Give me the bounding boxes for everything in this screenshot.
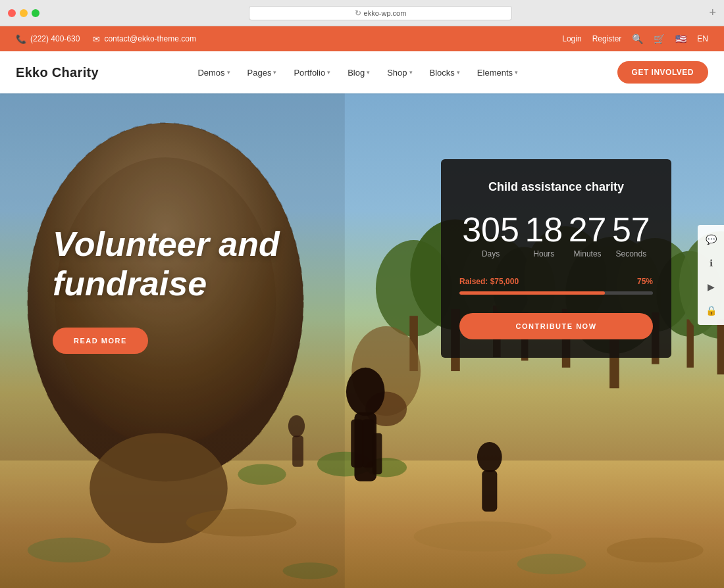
svg-point-39 [414, 521, 552, 551]
progress-section: Raised: $75,000 75% [459, 277, 653, 295]
search-icon[interactable]: 🔍 [632, 34, 643, 44]
get-involved-button[interactable]: GET INVOLVED [617, 61, 708, 84]
email-address: contact@ekko-theme.com [104, 34, 196, 43]
minutes-label: Minutes [569, 249, 607, 258]
url-text: ekko-wp.com [364, 9, 407, 17]
hours-label: Hours [525, 249, 563, 258]
nav-item-portfolio[interactable]: Portfolio ▾ [287, 64, 337, 82]
nav-item-shop[interactable]: Shop ▾ [380, 64, 419, 82]
nav-item-label: Shop [387, 68, 407, 78]
phone-icon: 📞 [16, 34, 26, 44]
hero-title-line2: fundraise [53, 264, 207, 303]
svg-point-29 [346, 368, 385, 416]
chevron-down-icon: ▾ [515, 69, 518, 76]
phone-number: (222) 400-630 [30, 34, 80, 43]
countdown-hours: 18 Hours [525, 212, 563, 258]
svg-point-40 [607, 538, 704, 563]
progress-labels: Raised: $75,000 75% [459, 277, 653, 286]
chevron-down-icon: ▾ [327, 69, 330, 76]
nav-item-demos[interactable]: Demos ▾ [191, 64, 236, 82]
chat-icon[interactable]: 💬 [704, 233, 717, 246]
nav-item-pages[interactable]: Pages ▾ [241, 64, 284, 82]
navbar: Ekko Charity Demos ▾ Pages ▾ Portfolio ▾… [0, 51, 724, 93]
info-icon[interactable]: ℹ [704, 257, 717, 270]
hours-value: 18 [525, 212, 563, 247]
seconds-label: Seconds [612, 249, 650, 258]
nav-item-blocks[interactable]: Blocks ▾ [423, 64, 467, 82]
register-link[interactable]: Register [592, 34, 622, 43]
svg-point-42 [517, 554, 586, 574]
progress-bar [459, 291, 653, 295]
nav-item-elements[interactable]: Elements ▾ [471, 64, 525, 82]
close-dot[interactable] [8, 9, 16, 17]
cart-icon[interactable]: 🛒 [654, 34, 665, 44]
minutes-value: 27 [569, 212, 607, 247]
side-panel: 💬 ℹ ▶ 🔒 [698, 225, 724, 325]
url-bar[interactable]: ↻ ekko-wp.com [249, 6, 512, 20]
email-icon: ✉ [93, 34, 100, 44]
chevron-down-icon: ▾ [273, 69, 276, 76]
site-logo[interactable]: Ekko Charity [16, 65, 99, 80]
language-flag: 🇺🇸 [675, 34, 686, 44]
top-bar-right: Login Register 🔍 🛒 🇺🇸 EN [562, 34, 708, 44]
svg-point-34 [477, 442, 502, 472]
refresh-icon: ↻ [355, 9, 361, 18]
raised-label: Raised: $75,000 [459, 277, 519, 286]
hero-section: Volunteer and fundraise READ MORE Child … [0, 93, 724, 588]
countdown-minutes: 27 Minutes [569, 212, 607, 258]
browser-chrome: ↻ ekko-wp.com + [0, 0, 724, 26]
progress-percent: 75% [637, 277, 653, 286]
hero-title: Volunteer and fundraise [53, 225, 280, 304]
minimize-dot[interactable] [20, 9, 28, 17]
language-label[interactable]: EN [697, 34, 708, 43]
email-contact[interactable]: ✉ contact@ekko-theme.com [93, 34, 196, 44]
lock-icon[interactable]: 🔒 [704, 304, 717, 317]
card-title: Child assistance charity [459, 180, 653, 194]
nav-item-label: Blocks [430, 68, 455, 78]
chevron-down-icon: ▾ [409, 69, 413, 76]
chevron-down-icon: ▾ [457, 69, 460, 76]
svg-rect-17 [686, 320, 693, 368]
hero-title-line1: Volunteer and [53, 225, 280, 263]
nav-item-label: Portfolio [294, 68, 325, 78]
browser-dots [8, 9, 39, 17]
days-value: 305 [462, 212, 519, 247]
seconds-value: 57 [612, 212, 650, 247]
nav-item-label: Pages [247, 68, 272, 78]
login-link[interactable]: Login [562, 34, 581, 43]
top-bar: 📞 (222) 400-630 ✉ contact@ekko-theme.com… [0, 26, 724, 51]
svg-rect-33 [373, 433, 382, 474]
hero-text: Volunteer and fundraise READ MORE [53, 225, 280, 354]
nav-item-label: Blog [348, 68, 365, 78]
svg-rect-19 [717, 320, 724, 375]
svg-rect-35 [482, 470, 497, 512]
days-label: Days [462, 249, 519, 258]
countdown-seconds: 57 Seconds [612, 212, 650, 258]
contribute-button[interactable]: CONTRIBUTE NOW [459, 313, 653, 339]
charity-card: Child assistance charity 305 Days 18 Hou… [441, 159, 671, 358]
play-icon[interactable]: ▶ [704, 280, 717, 293]
nav-item-label: Demos [197, 68, 224, 78]
countdown-days: 305 Days [462, 212, 519, 258]
countdown-timer: 305 Days 18 Hours 27 Minutes 57 Seconds [459, 212, 653, 258]
read-more-button[interactable]: READ MORE [53, 328, 148, 354]
nav-item-blog[interactable]: Blog ▾ [341, 64, 376, 82]
top-bar-left: 📞 (222) 400-630 ✉ contact@ekko-theme.com [16, 34, 196, 44]
svg-rect-31 [351, 419, 363, 467]
phone-contact[interactable]: 📞 (222) 400-630 [16, 34, 80, 44]
nav-menu: Demos ▾ Pages ▾ Portfolio ▾ Blog ▾ Shop … [191, 64, 525, 82]
nav-item-label: Elements [477, 68, 513, 78]
maximize-dot[interactable] [32, 9, 39, 17]
progress-bar-fill [459, 291, 605, 295]
new-tab-button[interactable]: + [709, 6, 716, 20]
chevron-down-icon: ▾ [227, 69, 230, 76]
chevron-down-icon: ▾ [367, 69, 370, 76]
